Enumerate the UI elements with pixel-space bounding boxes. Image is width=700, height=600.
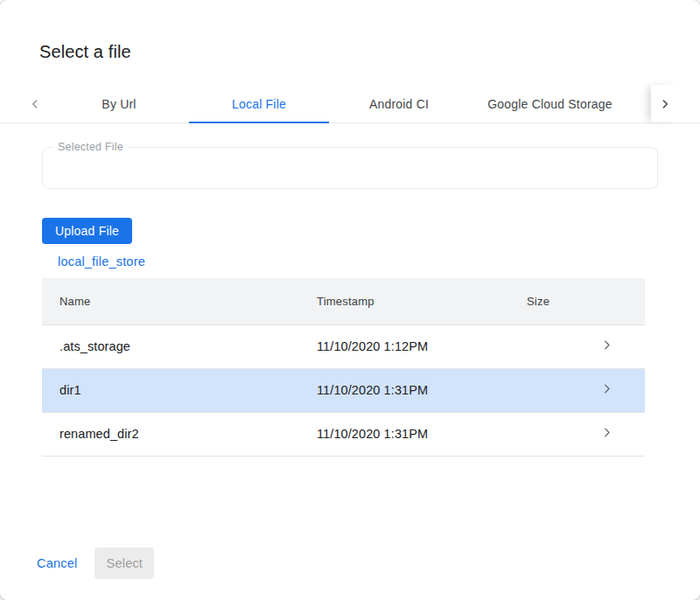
selected-file-field: Selected File — [42, 147, 658, 189]
dialog-title: Select a file — [39, 42, 131, 62]
cell-name: dir1 — [42, 368, 317, 412]
local-file-store-link[interactable]: local_file_store — [58, 255, 145, 269]
tab-label: By Url — [102, 97, 136, 111]
cell-size — [527, 324, 569, 368]
dialog-actions: Cancel Select — [30, 548, 154, 579]
select-file-dialog: Select a file By Url Local File Android … — [0, 0, 700, 600]
column-header-size: Size — [527, 278, 569, 324]
table-row[interactable]: dir1 11/10/2020 1:31PM — [42, 368, 645, 412]
chevron-right-icon — [659, 98, 671, 110]
tab-bar: By Url Local File Android CI Google Clou… — [0, 85, 700, 123]
cell-name: renamed_dir2 — [42, 412, 317, 456]
tab-local-file[interactable]: Local File — [189, 85, 329, 122]
column-header-timestamp: Timestamp — [317, 278, 527, 324]
cell-timestamp: 11/10/2020 1:12PM — [317, 324, 527, 368]
chevron-right-icon[interactable] — [600, 338, 613, 352]
cell-name: .ats_storage — [42, 324, 317, 368]
selected-file-label: Selected File — [53, 141, 128, 153]
selected-file-input[interactable] — [43, 148, 657, 188]
tab-android-ci[interactable]: Android CI — [329, 85, 469, 122]
table-row[interactable]: renamed_dir2 11/10/2020 1:31PM — [42, 412, 645, 456]
cancel-button[interactable]: Cancel — [30, 548, 84, 579]
chevron-right-icon[interactable] — [600, 426, 613, 439]
file-table: Name Timestamp Size .ats_storage 11/10/2… — [42, 278, 645, 457]
cell-size — [527, 412, 569, 456]
table-row[interactable]: .ats_storage 11/10/2020 1:12PM — [42, 324, 645, 368]
cell-timestamp: 11/10/2020 1:31PM — [317, 368, 527, 412]
table-header-row: Name Timestamp Size — [42, 278, 645, 324]
cell-timestamp: 11/10/2020 1:31PM — [317, 412, 527, 456]
tab-by-url[interactable]: By Url — [49, 85, 189, 122]
select-button[interactable]: Select — [94, 548, 154, 579]
chevron-left-icon — [29, 98, 41, 110]
upload-file-button[interactable]: Upload File — [42, 218, 132, 244]
chevron-right-icon[interactable] — [600, 382, 613, 395]
tab-label: Android CI — [369, 97, 429, 111]
tab-google-cloud-storage[interactable]: Google Cloud Storage — [469, 85, 631, 122]
tab-label: Google Cloud Storage — [487, 97, 612, 111]
cell-size — [527, 368, 569, 412]
column-header-name: Name — [42, 278, 317, 324]
column-header-actions — [569, 278, 645, 324]
tabs-next-button[interactable] — [651, 85, 679, 122]
tabs-previous-button[interactable] — [21, 85, 49, 122]
tab-label: Local File — [232, 97, 286, 111]
